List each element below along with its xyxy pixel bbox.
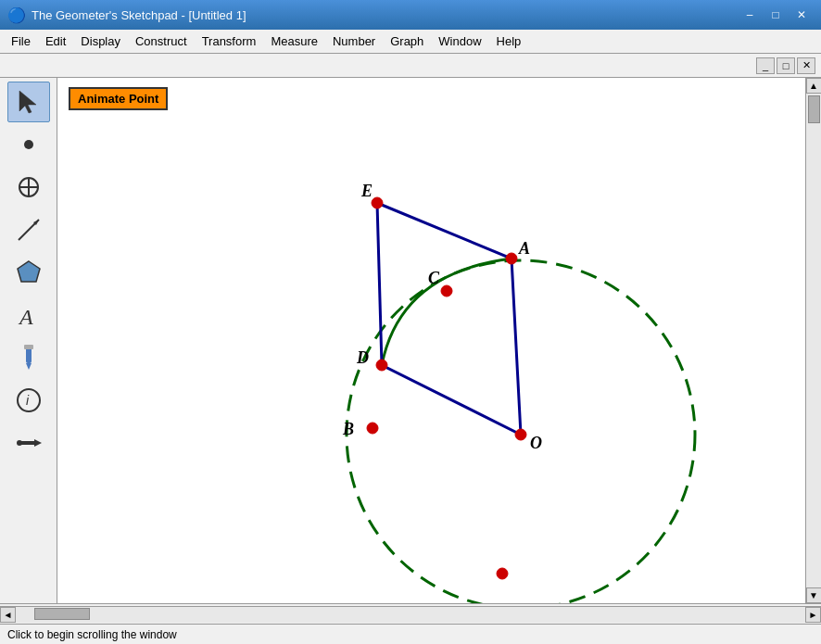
svg-text:i: i xyxy=(26,393,30,408)
menu-measure[interactable]: Measure xyxy=(263,32,325,50)
scroll-down-button[interactable]: ▼ xyxy=(806,587,822,603)
status-bar: Click to begin scrolling the window xyxy=(0,624,821,644)
menu-number[interactable]: Number xyxy=(325,32,383,50)
label-A: A xyxy=(518,239,530,258)
menu-window[interactable]: Window xyxy=(431,32,488,50)
menu-file[interactable]: File xyxy=(4,32,38,50)
scroll-thumb-h[interactable] xyxy=(34,608,90,620)
menu-transform[interactable]: Transform xyxy=(195,32,264,50)
scroll-right-button[interactable]: ► xyxy=(805,607,821,623)
label-D: D xyxy=(356,348,369,367)
svg-point-1 xyxy=(24,140,33,149)
more-tool[interactable] xyxy=(7,423,50,463)
menu-bar: File Edit Display Construct Transform Me… xyxy=(0,30,821,54)
status-text: Click to begin scrolling the window xyxy=(7,628,177,641)
scroll-track-h[interactable] xyxy=(16,607,805,623)
menu-help[interactable]: Help xyxy=(489,32,529,50)
title-text: The Geometer's Sketchpad - [Untitled 1] xyxy=(32,8,738,22)
svg-marker-10 xyxy=(26,363,32,370)
svg-marker-0 xyxy=(19,91,36,113)
svg-rect-11 xyxy=(24,345,33,349)
geometry-canvas: E A C D B O xyxy=(57,78,805,603)
menu-edit[interactable]: Edit xyxy=(38,32,73,50)
scroll-thumb-v[interactable] xyxy=(808,95,820,123)
sub-menu-bar: _ □ ✕ xyxy=(0,54,821,78)
polygon-tool[interactable] xyxy=(7,252,50,293)
svg-text:A: A xyxy=(18,305,33,329)
point-E xyxy=(372,197,383,208)
point-D xyxy=(376,360,387,371)
main-area: A i Animate xyxy=(0,78,821,603)
point-C xyxy=(441,285,452,297)
point-O xyxy=(515,429,526,440)
arc-dca xyxy=(382,259,512,365)
point-tool[interactable] xyxy=(7,124,50,165)
svg-marker-14 xyxy=(21,441,34,445)
scroll-left-button[interactable]: ◄ xyxy=(0,607,16,623)
window-controls: – □ ✕ xyxy=(738,5,814,25)
maximize-button[interactable]: □ xyxy=(764,5,788,25)
sub-close-btn[interactable]: ✕ xyxy=(797,57,815,74)
marker-tool[interactable] xyxy=(7,337,50,378)
canvas-area[interactable]: Animate Point xyxy=(57,78,805,603)
info-tool[interactable]: i xyxy=(7,380,50,421)
minimize-button[interactable]: – xyxy=(738,5,762,25)
menu-construct[interactable]: Construct xyxy=(128,32,195,50)
menu-graph[interactable]: Graph xyxy=(383,32,431,50)
label-C: C xyxy=(428,269,440,287)
text-tool[interactable]: A xyxy=(7,295,50,335)
sub-minimize-btn[interactable]: _ xyxy=(756,57,775,74)
title-bar: 🔵 The Geometer's Sketchpad - [Untitled 1… xyxy=(0,0,821,30)
bottom-bar: ◄ ► xyxy=(0,603,821,624)
vertical-scrollbar: ▲ ▼ xyxy=(805,78,821,603)
svg-marker-7 xyxy=(18,261,40,282)
select-tool[interactable] xyxy=(7,82,50,122)
line-tool[interactable] xyxy=(7,209,50,250)
label-E: E xyxy=(360,182,373,200)
point-bottom xyxy=(497,568,508,579)
horizontal-scrollbar: ◄ ► xyxy=(0,606,821,622)
label-B: B xyxy=(342,420,354,438)
svg-point-16 xyxy=(17,440,22,446)
point-B xyxy=(367,423,378,434)
app-icon: 🔵 xyxy=(7,6,26,24)
sub-restore-btn[interactable]: □ xyxy=(777,57,795,74)
svg-marker-15 xyxy=(34,439,42,447)
close-button[interactable]: ✕ xyxy=(789,5,814,25)
menu-display[interactable]: Display xyxy=(73,32,128,50)
label-O: O xyxy=(530,434,542,452)
compass-tool[interactable] xyxy=(7,167,50,208)
scroll-up-button[interactable]: ▲ xyxy=(806,78,822,94)
scroll-track-v[interactable] xyxy=(806,94,822,587)
toolbar: A i xyxy=(0,78,57,603)
point-A xyxy=(506,253,517,264)
